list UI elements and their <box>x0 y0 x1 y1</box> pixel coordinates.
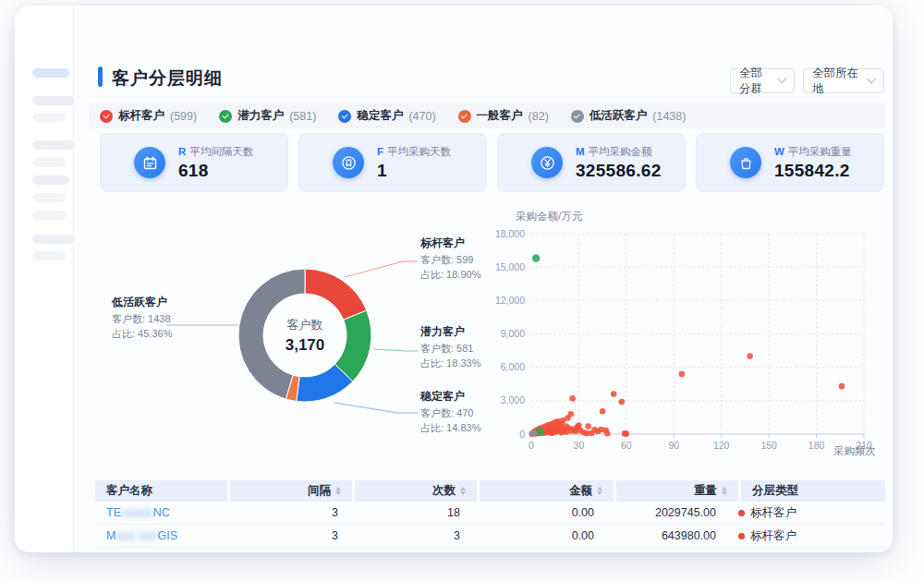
segment-dot <box>738 510 745 516</box>
kpi-label: M平均采购金额 <box>576 145 662 159</box>
col-header-name: 客户名称 <box>95 480 227 502</box>
kpi-label: F平均采购天数 <box>377 145 451 159</box>
svg-text:3,000: 3,000 <box>501 394 525 405</box>
bookmark-icon <box>333 147 364 178</box>
sidebar-skeleton-item[interactable] <box>32 113 66 122</box>
weight-cell: 643980.00 <box>605 525 727 547</box>
svg-text:9,000: 9,000 <box>501 328 525 339</box>
segment-cell: 标杆客户 <box>727 525 871 547</box>
legend-count: (581) <box>289 110 316 123</box>
group-filter-label: 全部分群 <box>739 66 772 97</box>
calendar-icon <box>134 147 165 178</box>
legend-label: 标杆客户 <box>118 108 164 124</box>
check-badge-icon <box>458 110 471 123</box>
interval-cell: 3 <box>227 502 349 524</box>
sort-icon <box>722 487 727 495</box>
kpi-value: 618 <box>178 161 253 181</box>
customer-name-link[interactable]: TEoooooNC <box>106 506 170 519</box>
segment-dot <box>738 533 745 539</box>
check-badge-icon <box>571 110 584 123</box>
legend-item-qianli[interactable]: 潜力客户 (581) <box>219 108 316 124</box>
kpi-value: 325586.62 <box>576 161 662 181</box>
bag-icon <box>730 147 761 178</box>
kpi-card-recency: R平均间隔天数 618 <box>100 133 288 192</box>
sidebar-skeleton-item-active[interactable] <box>32 68 69 78</box>
sort-icon <box>597 487 602 495</box>
sidebar-skeleton-item[interactable] <box>32 96 75 105</box>
location-filter-dropdown[interactable]: 全部所在地 <box>803 68 884 93</box>
legend-label: 一般客户 <box>477 108 523 124</box>
col-header-amount[interactable]: 金额 <box>480 480 614 502</box>
legend-count: (82) <box>529 110 549 123</box>
legend-count: (1438) <box>652 110 686 123</box>
table-row: Mooo oooGIS 3 3 0.00 643980.00 标杆客户 <box>95 525 885 548</box>
donut-chart: 客户数 3,170 标杆客户 客户数: 599 占比: 18.90% 潜力客户 … <box>89 208 490 476</box>
customer-table: 客户名称 间隔 次数 金额 重量 分层类型 TEoooooNC 3 18 0.0… <box>95 480 885 548</box>
times-cell: 18 <box>349 502 471 524</box>
kpi-cards-row: R平均间隔天数 618 F平均采购天数 1 <box>100 133 884 192</box>
customer-name-cell: TEoooooNC <box>95 502 227 524</box>
legend-count: (470) <box>408 110 435 123</box>
scatter-svg: 030609012015018021003,0006,0009,00012,00… <box>490 208 893 476</box>
scatter-y-axis-title: 采购金额/万元 <box>516 210 582 224</box>
svg-text:180: 180 <box>808 440 825 451</box>
group-filter-dropdown[interactable]: 全部分群 <box>730 68 795 93</box>
times-cell: 3 <box>349 525 471 547</box>
amount-cell: 0.00 <box>471 502 605 524</box>
check-badge-icon <box>338 110 351 123</box>
legend-item-yiban[interactable]: 一般客户 (82) <box>458 108 549 124</box>
kpi-label: W平均采购重量 <box>774 145 852 159</box>
legend-count: (599) <box>170 110 197 123</box>
svg-text:150: 150 <box>760 440 777 451</box>
sidebar-skeleton-item[interactable] <box>32 251 66 260</box>
segment-legend: 标杆客户 (599) 潜力客户 (581) 稳定客户 (470) 一般客户 (8… <box>89 103 885 128</box>
title-accent-bar <box>98 67 103 87</box>
sort-icon <box>460 487 466 495</box>
main-content: 客户分层明细 全部分群 全部所在地 标杆客户 (599) 潜力客户 (581) <box>74 6 893 552</box>
col-header-times[interactable]: 次数 <box>355 480 477 502</box>
sidebar-skeleton-item[interactable] <box>32 176 69 185</box>
svg-text:0: 0 <box>519 429 525 440</box>
legend-label: 低活跃客户 <box>590 108 648 124</box>
svg-text:120: 120 <box>713 440 730 451</box>
kpi-value: 155842.2 <box>774 161 852 181</box>
kpi-card-frequency: F平均采购天数 1 <box>298 133 487 192</box>
weight-cell: 2029745.00 <box>605 502 727 524</box>
legend-item-biaogan[interactable]: 标杆客户 (599) <box>100 108 197 124</box>
sort-icon <box>335 487 341 495</box>
segment-cell: 标杆客户 <box>727 502 871 524</box>
table-header: 客户名称 间隔 次数 金额 重量 分层类型 <box>95 480 885 502</box>
kpi-card-monetary: M平均采购金额 325586.62 <box>497 133 686 192</box>
location-filter-label: 全部所在地 <box>812 66 861 97</box>
screenshot-stage: 客户分层明细 全部分群 全部所在地 标杆客户 (599) 潜力客户 (581) <box>0 0 924 581</box>
scatter-x-axis-title: 采购频次 <box>833 444 876 458</box>
check-badge-icon <box>219 110 232 123</box>
interval-cell: 3 <box>227 525 349 547</box>
sidebar-skeleton-item[interactable] <box>32 140 75 150</box>
svg-text:18,000: 18,000 <box>495 228 525 239</box>
legend-item-wending[interactable]: 稳定客户 (470) <box>338 108 435 124</box>
sidebar-skeleton-item[interactable] <box>32 211 66 220</box>
col-header-interval[interactable]: 间隔 <box>230 480 352 502</box>
sidebar-skeleton-item[interactable] <box>32 193 66 202</box>
table-row: TEoooooNC 3 18 0.00 2029745.00 标杆客户 <box>95 502 885 525</box>
legend-label: 稳定客户 <box>357 108 403 124</box>
legend-item-dihuoyue[interactable]: 低活跃客户 (1438) <box>571 108 687 124</box>
col-header-weight[interactable]: 重量 <box>616 480 738 502</box>
svg-text:30: 30 <box>574 440 585 451</box>
sidebar <box>15 6 74 552</box>
sidebar-skeleton-item[interactable] <box>32 235 75 244</box>
scatter-chart: 采购金额/万元 030609012015018021003,0006,0009,… <box>490 208 893 476</box>
amount-cell: 0.00 <box>471 525 605 547</box>
svg-text:12,000: 12,000 <box>495 295 525 306</box>
chevron-down-icon <box>867 73 877 83</box>
svg-text:0: 0 <box>529 440 534 451</box>
svg-text:60: 60 <box>621 440 632 451</box>
svg-text:15,000: 15,000 <box>495 261 525 272</box>
customer-name-cell: Mooo oooGIS <box>95 525 227 547</box>
kpi-label: R平均间隔天数 <box>178 145 253 159</box>
customer-name-link[interactable]: Mooo oooGIS <box>106 529 177 542</box>
sidebar-skeleton-item[interactable] <box>32 158 66 167</box>
page-title: 客户分层明细 <box>112 67 223 91</box>
svg-text:6,000: 6,000 <box>501 361 525 372</box>
